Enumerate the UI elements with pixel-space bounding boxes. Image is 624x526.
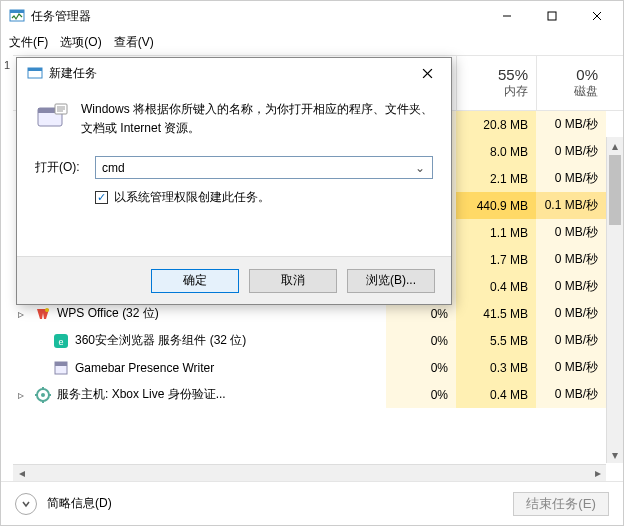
horizontal-scrollbar[interactable]: ◂ ▸ bbox=[13, 464, 606, 481]
chevron-down-icon[interactable]: ⌄ bbox=[412, 161, 428, 175]
open-combobox[interactable]: ⌄ bbox=[95, 156, 433, 179]
memory-cell: 5.5 MB bbox=[456, 327, 536, 354]
process-icon bbox=[35, 387, 51, 403]
new-task-dialog: 新建任务 Windows 将根据你所键入的名称，为你打开相应的程序、文件夹、文档… bbox=[16, 57, 452, 305]
process-icon bbox=[35, 306, 51, 322]
memory-label: 内存 bbox=[504, 83, 528, 100]
expand-icon[interactable]: ▹ bbox=[13, 307, 29, 321]
svg-point-8 bbox=[45, 308, 49, 312]
minimize-button[interactable] bbox=[484, 1, 529, 31]
scroll-left-icon[interactable]: ◂ bbox=[13, 465, 30, 481]
scroll-right-icon[interactable]: ▸ bbox=[589, 465, 606, 481]
dialog-title: 新建任务 bbox=[49, 65, 97, 82]
disk-cell: 0.1 MB/秒 bbox=[536, 192, 606, 219]
scrollbar-thumb[interactable] bbox=[609, 155, 621, 225]
memory-cell: 41.5 MB bbox=[456, 300, 536, 327]
dialog-button-row: 确定 取消 浏览(B)... bbox=[17, 256, 451, 304]
svg-rect-20 bbox=[28, 68, 42, 71]
collapse-details-button[interactable] bbox=[15, 493, 37, 515]
vertical-scrollbar[interactable]: ▴ ▾ bbox=[606, 137, 623, 463]
title-bar: 任务管理器 bbox=[1, 1, 623, 31]
svg-rect-3 bbox=[548, 12, 556, 20]
dialog-title-bar: 新建任务 bbox=[17, 58, 451, 88]
menu-file[interactable]: 文件(F) bbox=[9, 34, 48, 51]
menu-view[interactable]: 查看(V) bbox=[114, 34, 154, 51]
open-label: 打开(O): bbox=[35, 159, 87, 176]
disk-cell: 0 MB/秒 bbox=[536, 273, 606, 300]
browse-button[interactable]: 浏览(B)... bbox=[347, 269, 435, 293]
svg-text:e: e bbox=[58, 337, 63, 347]
process-name: Gamebar Presence Writer bbox=[75, 361, 386, 375]
memory-cell: 8.0 MB bbox=[456, 138, 536, 165]
disk-cell: 0 MB/秒 bbox=[536, 138, 606, 165]
admin-checkbox-label[interactable]: 以系统管理权限创建此任务。 bbox=[114, 189, 270, 206]
memory-percent: 55% bbox=[498, 66, 528, 83]
menu-bar: 文件(F) 选项(O) 查看(V) bbox=[1, 31, 623, 53]
maximize-button[interactable] bbox=[529, 1, 574, 31]
close-button[interactable] bbox=[574, 1, 619, 31]
svg-rect-12 bbox=[55, 362, 67, 366]
disk-cell: 0 MB/秒 bbox=[536, 111, 606, 138]
process-name: 360安全浏览器 服务组件 (32 位) bbox=[75, 332, 386, 349]
memory-cell: 2.1 MB bbox=[456, 165, 536, 192]
process-name: 服务主机: Xbox Live 身份验证... bbox=[57, 386, 386, 403]
ok-button[interactable]: 确定 bbox=[151, 269, 239, 293]
memory-cell: 20.8 MB bbox=[456, 111, 536, 138]
column-header-memory[interactable]: 55% 内存 bbox=[456, 56, 536, 110]
disk-label: 磁盘 bbox=[574, 83, 598, 100]
table-row[interactable]: e360安全浏览器 服务组件 (32 位)0%5.5 MB0 MB/秒 bbox=[13, 327, 623, 354]
disk-cell: 0 MB/秒 bbox=[536, 246, 606, 273]
svg-point-14 bbox=[41, 393, 45, 397]
memory-cell: 0.4 MB bbox=[456, 381, 536, 408]
cpu-cell: 0% bbox=[386, 327, 456, 354]
memory-cell: 1.7 MB bbox=[456, 246, 536, 273]
memory-cell: 0.3 MB bbox=[456, 354, 536, 381]
process-icon: e bbox=[53, 333, 69, 349]
disk-cell: 0 MB/秒 bbox=[536, 381, 606, 408]
disk-cell: 0 MB/秒 bbox=[536, 165, 606, 192]
task-manager-icon bbox=[9, 8, 25, 24]
table-row[interactable]: Gamebar Presence Writer0%0.3 MB0 MB/秒 bbox=[13, 354, 623, 381]
scroll-down-icon[interactable]: ▾ bbox=[607, 446, 623, 463]
open-input[interactable] bbox=[100, 160, 412, 176]
process-icon bbox=[53, 360, 69, 376]
svg-rect-1 bbox=[10, 10, 24, 13]
dialog-message: Windows 将根据你所键入的名称，为你打开相应的程序、文件夹、文档或 Int… bbox=[81, 100, 433, 138]
disk-cell: 0 MB/秒 bbox=[536, 300, 606, 327]
memory-cell: 1.1 MB bbox=[456, 219, 536, 246]
admin-checkbox[interactable]: ✓ bbox=[95, 191, 108, 204]
end-task-button[interactable]: 结束任务(E) bbox=[513, 492, 609, 516]
memory-cell: 0.4 MB bbox=[456, 273, 536, 300]
disk-cell: 0 MB/秒 bbox=[536, 219, 606, 246]
process-name: WPS Office (32 位) bbox=[57, 305, 386, 322]
expand-icon[interactable]: ▹ bbox=[13, 388, 29, 402]
cancel-button[interactable]: 取消 bbox=[249, 269, 337, 293]
disk-cell: 0 MB/秒 bbox=[536, 327, 606, 354]
brief-info-label[interactable]: 简略信息(D) bbox=[47, 495, 112, 512]
disk-percent: 0% bbox=[576, 66, 598, 83]
run-program-icon bbox=[35, 100, 69, 134]
cpu-cell: 0% bbox=[386, 381, 456, 408]
memory-cell: 440.9 MB bbox=[456, 192, 536, 219]
left-tab-strip: 1 bbox=[1, 59, 13, 459]
run-dialog-icon bbox=[27, 65, 43, 81]
dialog-close-button[interactable] bbox=[407, 58, 447, 88]
column-header-disk[interactable]: 0% 磁盘 bbox=[536, 56, 606, 110]
table-row[interactable]: ▹服务主机: Xbox Live 身份验证...0%0.4 MB0 MB/秒 bbox=[13, 381, 623, 408]
menu-options[interactable]: 选项(O) bbox=[60, 34, 101, 51]
cpu-cell: 0% bbox=[386, 354, 456, 381]
scroll-up-icon[interactable]: ▴ bbox=[607, 137, 623, 154]
footer-bar: 简略信息(D) 结束任务(E) bbox=[1, 481, 623, 525]
window-title: 任务管理器 bbox=[31, 8, 91, 25]
disk-cell: 0 MB/秒 bbox=[536, 354, 606, 381]
